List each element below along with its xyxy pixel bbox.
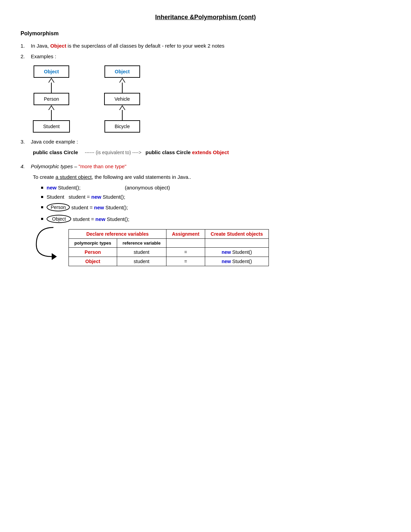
arrow-1 [48,78,54,93]
list-item-1: 1. In Java, Object is the superclass of … [21,43,390,49]
person-oval: Person [47,203,70,211]
table-subheader-empty2 [205,239,269,248]
num-1: 1. [21,43,28,49]
line-1 [51,83,52,93]
line-3 [122,83,123,93]
code-dashes: ------ (is equivalent to) ----> [82,150,141,155]
section-heading: Polymorphism [21,30,390,37]
table-cell-student-2: student [117,257,166,266]
arrow-3 [119,78,125,93]
uml-box-object-1: Object [34,65,69,78]
bullet-4: Object student = new Student(); [41,215,390,223]
code-right-black: public class Circle extends Object [146,149,229,155]
triangle-4 [119,105,125,110]
polymorphic-table: Declare reference variables Assignment C… [68,229,269,266]
new-kw-4: new [96,216,105,222]
uml-diagram-1: Object Person Student [33,65,70,133]
code-left: public class Circle [33,149,78,155]
num-2: 2. [21,53,28,59]
student-decl: Student student = [47,194,91,200]
triangle-2 [48,105,54,110]
student-call-1: Student(); [57,185,80,190]
object-oval: Object [47,215,71,223]
list-item-3: 3. Java code example : [21,139,390,145]
bullet-list: new Student(); (anonymous object) Studen… [41,185,390,223]
new-kw-3: new [94,205,104,210]
bullet-2-text: Student student = new Student(); [47,194,125,200]
table-cell-person: Person [69,248,117,257]
student-call-3: Student(); [105,205,128,210]
uml-box-student: Student [33,120,70,133]
curved-arrow [33,226,64,264]
table-subheader-types: polymorpic types [69,239,117,248]
bullet-1: new Student(); (anonymous object) [41,185,390,190]
arrow-2 [48,105,54,120]
new-kw-1: new [47,185,57,190]
extends-object: extends Object [192,149,229,155]
num-4: 4. [21,163,28,169]
bullet-4-text: Object student = new Student(); [47,215,129,223]
line-2 [51,110,52,120]
bullet-icon-1 [41,187,43,189]
bullet-3-text: Person student = new Student(); [47,203,128,211]
triangle-1 [48,78,54,83]
poly-intro: To create a student object, the followin… [33,174,390,180]
line-4 [122,110,123,120]
bullet-1-text: new Student(); (anonymous object) [47,185,170,190]
bullet-2: Student student = new Student(); [41,194,390,200]
anon-annotation: (anonymous object) [125,185,170,190]
item-1-text: In Java, Object is the superclass of all… [31,43,224,49]
student-call-4: Student(); [107,216,129,222]
uml-box-person: Person [34,93,69,105]
bullet-icon-4 [41,218,43,220]
uml-box-bicycle: Bicycle [104,120,140,133]
poly-types-label: Polymorphic types [31,163,73,169]
table-cell-new-student-1: new Student() [205,248,269,257]
object-assign: student = [73,216,94,222]
table-subheader-refvar: reference variable [117,239,166,248]
new-kw-2: new [91,194,101,200]
uml-box-object-2: Object [104,65,140,78]
uml-diagram-2: Object Vehicle Bicycle [104,65,140,133]
student-object-underline: a student object [55,174,92,180]
arrow-4 [119,105,125,120]
svg-marker-0 [52,253,57,260]
table-cell-eq-2: = [166,257,205,266]
table-row-object: Object student = new Student() [69,257,269,266]
diagrams-row: Object Person Student Object Vehicle Bic… [33,65,390,133]
new-kw-table-2: new [222,259,231,264]
code-example: public class Circle ------ (is equivalen… [33,149,390,155]
uml-box-vehicle: Vehicle [104,93,140,105]
page-title: Inheritance &Polymorphism (cont) [21,14,390,21]
item-4-text: Polymorphic types – "more than one type" [31,163,126,169]
object-highlight: Object [50,43,66,49]
person-assign: student = [71,205,92,210]
item-2-text: Examples : [31,53,56,59]
num-3: 3. [21,139,28,145]
table-header-declare: Declare reference variables [69,230,166,239]
table-row-person: Person student = new Student() [69,248,269,257]
table-header-assignment: Assignment [166,230,205,239]
bullet-icon-3 [41,206,43,208]
table-section: Declare reference variables Assignment C… [33,229,390,266]
table-cell-eq-1: = [166,248,205,257]
list-item-2: 2. Examples : [21,53,390,59]
bullet-3: Person student = new Student(); [41,203,390,211]
table-cell-object: Object [69,257,117,266]
table-cell-new-student-2: new Student() [205,257,269,266]
bullet-icon-2 [41,196,43,198]
table-header-create: Create Student objects [205,230,269,239]
triangle-3 [119,78,125,83]
new-kw-table-1: new [222,249,231,255]
poly-types-red: "more than one type" [78,163,126,169]
list-item-4: 4. Polymorphic types – "more than one ty… [21,163,390,169]
item-3-text: Java code example : [31,139,78,145]
student-call-2: Student(); [101,194,125,200]
table-subheader-empty1 [166,239,205,248]
table-cell-student-1: student [117,248,166,257]
